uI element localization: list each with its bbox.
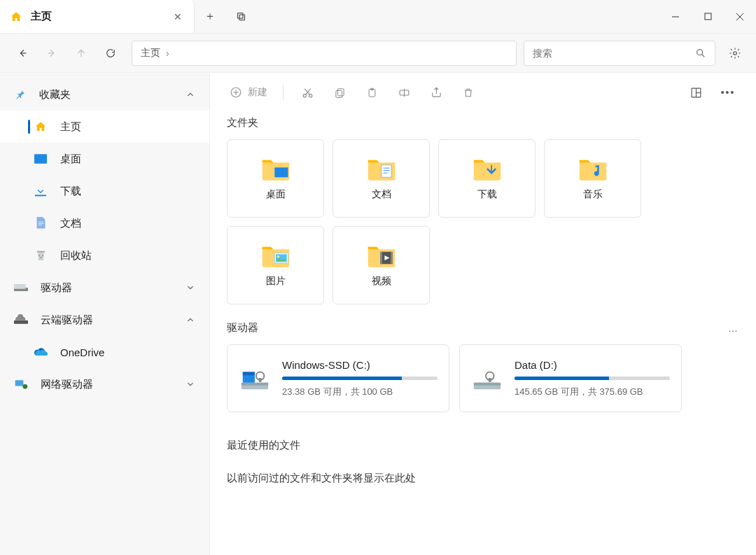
svg-rect-49 bbox=[241, 382, 268, 385]
sidebar-item-desktop[interactable]: 桌面 bbox=[0, 143, 209, 175]
document-icon bbox=[34, 217, 48, 230]
folder-videos-icon bbox=[367, 243, 396, 268]
svg-rect-13 bbox=[35, 195, 46, 196]
svg-rect-1 bbox=[237, 13, 243, 19]
sidebar-item-documents[interactable]: 文档 bbox=[0, 207, 209, 239]
breadcrumb-segment: 主页 bbox=[141, 47, 160, 59]
duplicate-tab-button[interactable] bbox=[225, 11, 256, 22]
sidebar-item-label: 文档 bbox=[60, 217, 81, 230]
minimize-button[interactable] bbox=[659, 0, 692, 33]
pin-icon bbox=[14, 88, 27, 101]
folder-downloads[interactable]: 下载 bbox=[438, 139, 536, 218]
close-button[interactable] bbox=[724, 0, 756, 33]
settings-button[interactable] bbox=[722, 41, 748, 66]
search-box[interactable] bbox=[524, 41, 715, 66]
recent-section-title: 最近使用的文件 bbox=[210, 426, 756, 459]
copy-button[interactable] bbox=[326, 80, 354, 105]
nav-bar: 主页 › bbox=[0, 34, 756, 73]
rename-button[interactable] bbox=[390, 80, 418, 105]
plus-circle-icon bbox=[230, 86, 242, 99]
sidebar-item-recycle[interactable]: 回收站 bbox=[0, 239, 209, 272]
drives-more-button[interactable]: … bbox=[728, 323, 739, 334]
drive-c[interactable]: Windows-SSD (C:) 23.38 GB 可用，共 100 GB bbox=[227, 344, 449, 412]
folder-videos[interactable]: 视频 bbox=[332, 226, 430, 304]
tab-actions: ＋ bbox=[195, 0, 256, 33]
back-button[interactable] bbox=[8, 39, 36, 67]
drive-d[interactable]: Data (D:) 145.65 GB 可用，共 375.69 GB bbox=[459, 344, 682, 412]
svg-rect-38 bbox=[382, 165, 391, 178]
sidebar-item-label: 回收站 bbox=[60, 249, 92, 262]
share-button[interactable] bbox=[422, 80, 450, 105]
folder-pictures[interactable]: 图片 bbox=[227, 226, 324, 304]
sidebar-item-downloads[interactable]: 下载 bbox=[0, 175, 209, 207]
tab-home[interactable]: 主页 ✕ bbox=[0, 0, 195, 33]
cloud-label: 云端驱动器 bbox=[41, 314, 93, 327]
paste-button[interactable] bbox=[358, 80, 386, 105]
chevron-up-icon bbox=[186, 315, 195, 325]
layout-button[interactable] bbox=[682, 80, 710, 105]
drive-body: Windows-SSD (C:) 23.38 GB 可用，共 100 GB bbox=[282, 359, 438, 398]
cut-button[interactable] bbox=[293, 80, 321, 105]
svg-rect-46 bbox=[380, 252, 382, 265]
folder-documents-icon bbox=[367, 156, 396, 181]
more-button[interactable]: ••• bbox=[714, 80, 742, 105]
title-bar: 主页 ✕ ＋ bbox=[0, 0, 756, 34]
chevron-up-icon bbox=[186, 90, 195, 99]
toolbar: 新建 ••• bbox=[210, 73, 756, 112]
svg-point-9 bbox=[697, 49, 703, 55]
drive-name: Data (D:) bbox=[514, 359, 670, 371]
breadcrumb[interactable]: 主页 › bbox=[132, 41, 517, 66]
delete-button[interactable] bbox=[454, 80, 482, 105]
new-tab-button[interactable]: ＋ bbox=[195, 9, 225, 24]
drive-icon bbox=[239, 363, 271, 395]
refresh-button[interactable] bbox=[97, 39, 125, 67]
folders-section-title: 文件夹 bbox=[210, 112, 756, 139]
folder-music[interactable]: 音乐 bbox=[544, 139, 641, 218]
folder-label: 图片 bbox=[266, 275, 286, 288]
favorites-header[interactable]: 收藏夹 bbox=[0, 78, 209, 111]
svg-point-11 bbox=[734, 51, 737, 55]
close-tab-icon[interactable]: ✕ bbox=[172, 10, 184, 23]
network-header[interactable]: 网络驱动器 bbox=[0, 368, 209, 400]
new-label: 新建 bbox=[248, 86, 267, 99]
up-button[interactable] bbox=[67, 39, 95, 67]
sidebar-item-label: 桌面 bbox=[60, 153, 81, 166]
svg-rect-57 bbox=[489, 378, 491, 382]
tab-title: 主页 bbox=[31, 10, 163, 23]
home-icon bbox=[34, 120, 48, 133]
svg-rect-51 bbox=[243, 372, 255, 375]
new-button[interactable]: 新建 bbox=[224, 82, 273, 103]
svg-rect-17 bbox=[14, 321, 28, 324]
drives-header[interactable]: 驱动器 bbox=[0, 272, 209, 304]
search-icon bbox=[695, 48, 706, 59]
home-icon bbox=[10, 10, 22, 23]
chevron-down-icon bbox=[186, 283, 195, 293]
sidebar-item-home[interactable]: 主页 bbox=[0, 111, 209, 143]
drive-icon bbox=[471, 363, 503, 395]
drive-body: Data (D:) 145.65 GB 可用，共 375.69 GB bbox=[514, 359, 670, 398]
svg-line-10 bbox=[702, 54, 705, 57]
drives-label: 驱动器 bbox=[41, 281, 72, 295]
maximize-button[interactable] bbox=[692, 0, 724, 33]
chevron-down-icon bbox=[186, 379, 195, 389]
body: 收藏夹 主页 桌面 下载 文档 回收站 驱动器 bbox=[0, 73, 756, 555]
drives-section-header: 驱动器 … bbox=[210, 317, 756, 344]
drives-grid: Windows-SSD (C:) 23.38 GB 可用，共 100 GB Da… bbox=[210, 344, 756, 426]
svg-rect-37 bbox=[274, 167, 288, 177]
recent-empty-text: 以前访问过的文件和文件夹将显示在此处 bbox=[210, 459, 756, 498]
network-label: 网络驱动器 bbox=[41, 378, 93, 391]
folder-label: 音乐 bbox=[583, 188, 603, 201]
folder-desktop[interactable]: 桌面 bbox=[227, 139, 324, 218]
sidebar-item-label: 下载 bbox=[60, 185, 81, 198]
forward-button[interactable] bbox=[38, 39, 66, 67]
search-input[interactable] bbox=[533, 48, 695, 59]
svg-line-25 bbox=[305, 88, 310, 94]
svg-rect-16 bbox=[14, 284, 26, 289]
folder-documents[interactable]: 文档 bbox=[332, 139, 430, 218]
svg-rect-47 bbox=[391, 252, 393, 265]
svg-point-19 bbox=[23, 384, 28, 389]
svg-rect-0 bbox=[239, 15, 245, 20]
cloud-header[interactable]: 云端驱动器 bbox=[0, 304, 209, 336]
drive-usage-text: 23.38 GB 可用，共 100 GB bbox=[282, 386, 438, 398]
sidebar-item-onedrive[interactable]: OneDrive bbox=[0, 336, 209, 368]
